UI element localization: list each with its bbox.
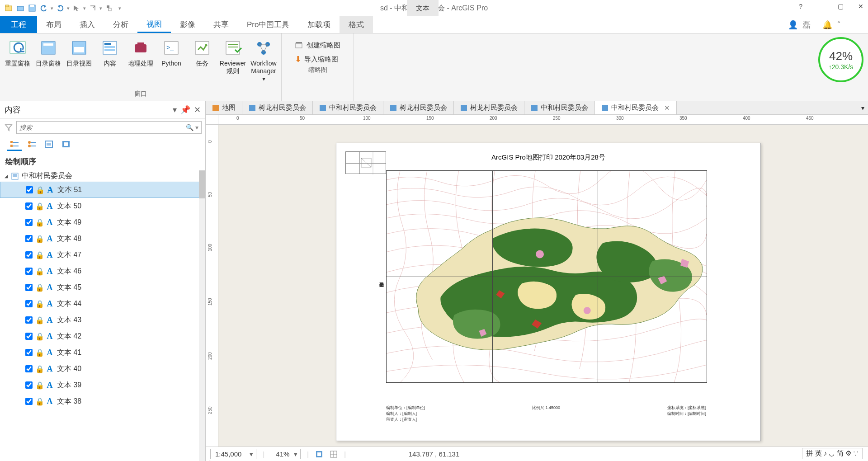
maximize-button[interactable]: ▢ bbox=[838, 3, 844, 10]
qat-pointer-dropdown[interactable]: ▾ bbox=[83, 5, 86, 11]
search-input[interactable] bbox=[19, 124, 186, 131]
layout-canvas[interactable]: 050100150200250300350400450 050100150200… bbox=[206, 115, 868, 447]
layer-item[interactable]: 🔒 A 文本 47 bbox=[0, 247, 205, 263]
list-by-selection[interactable] bbox=[42, 138, 56, 151]
filter-icon[interactable] bbox=[4, 122, 14, 132]
qat-explore-icon[interactable] bbox=[88, 3, 98, 13]
meta-left[interactable]: 编制单位：[编制单位] 编制人：[编制人] 审查人：[审查人] bbox=[386, 405, 425, 423]
layer-item[interactable]: 🔒 A 文本 41 bbox=[0, 344, 205, 361]
create-thumbnail-button[interactable]: 创建缩略图 bbox=[291, 40, 344, 51]
layer-visibility-checkbox[interactable] bbox=[25, 316, 33, 324]
layer-item[interactable]: 🔒 A 文本 48 bbox=[0, 230, 205, 247]
tab-close-icon[interactable]: ✕ bbox=[664, 104, 670, 112]
ribbon-collapse-icon[interactable]: ˄ bbox=[837, 20, 841, 30]
layer-item[interactable]: 🔒 A 文本 42 bbox=[0, 328, 205, 344]
meta-center[interactable]: 比例尺 1:45000 bbox=[532, 405, 560, 423]
zoom-selector[interactable]: 41% bbox=[271, 449, 301, 459]
view-tab[interactable]: 树龙村民委员会 bbox=[242, 101, 313, 114]
qat-pointer-icon[interactable] bbox=[71, 3, 81, 13]
ribbon-button-内容[interactable]: 内容 bbox=[95, 37, 125, 89]
layout-page[interactable]: ArcGIS Pro地图打印 2020年03月28号 昆山不动产登记局 bbox=[336, 143, 761, 441]
list-by-drawing-order[interactable] bbox=[7, 138, 22, 151]
qat-redo-icon[interactable] bbox=[55, 3, 65, 13]
ribbon-button-目录视图[interactable]: 目录视图 bbox=[64, 37, 94, 89]
layout-title-text[interactable]: ArcGIS Pro地图打印 2020年03月28号 bbox=[336, 153, 760, 162]
ribbon-tab-视图[interactable]: 视图 bbox=[137, 16, 171, 33]
layer-item[interactable]: 🔒 A 文本 43 bbox=[0, 312, 205, 328]
layer-item[interactable]: 🔒 A 文本 38 bbox=[0, 393, 205, 409]
list-by-snapping[interactable] bbox=[59, 138, 73, 151]
qat-redo-dropdown[interactable]: ▾ bbox=[67, 5, 70, 11]
pane-close-icon[interactable]: ✕ bbox=[194, 105, 201, 115]
layer-visibility-checkbox[interactable] bbox=[25, 333, 33, 340]
performance-widget[interactable]: 42% ↑20.3K/s bbox=[818, 37, 863, 82]
pane-menu-dropdown[interactable]: ▾ bbox=[173, 105, 177, 115]
ribbon-tab-插入[interactable]: 插入 bbox=[71, 16, 104, 33]
view-tab[interactable]: 地图 bbox=[206, 101, 242, 114]
import-thumbnail-button[interactable]: ⬇ 导入缩略图 bbox=[291, 53, 344, 65]
notification-icon[interactable]: 🔔 bbox=[822, 20, 832, 30]
layer-item[interactable]: 🔒 A 文本 44 bbox=[0, 296, 205, 312]
ribbon-button-地理处理[interactable]: 地理处理 bbox=[126, 37, 156, 89]
view-tab[interactable]: 中和村民委员会 bbox=[524, 101, 595, 114]
qat-customize-dropdown[interactable]: ▾ bbox=[118, 5, 121, 11]
tree-scrollbar[interactable] bbox=[199, 170, 205, 461]
ime-toolbar[interactable]: 拼 英 ♪ ◡ 简 ⚙ ∵ bbox=[802, 448, 863, 459]
layer-item[interactable]: 🔒 A 文本 51 bbox=[0, 182, 205, 198]
ribbon-button-重置窗格[interactable]: 重置窗格 bbox=[3, 37, 33, 89]
ribbon-tab-影像[interactable]: 影像 bbox=[171, 16, 204, 33]
qat-undo-icon[interactable] bbox=[39, 3, 49, 13]
qat-undo-dropdown[interactable]: ▾ bbox=[51, 5, 53, 11]
ribbon-tab-分析[interactable]: 分析 bbox=[104, 16, 137, 33]
ribbon-button-任务[interactable]: 任务 bbox=[187, 37, 217, 89]
ribbon-tab-工程[interactable]: 工程 bbox=[0, 16, 37, 33]
ribbon-tab-格式[interactable]: 格式 bbox=[340, 16, 373, 33]
layer-visibility-checkbox[interactable] bbox=[25, 235, 33, 242]
list-by-source[interactable] bbox=[24, 138, 39, 151]
layer-visibility-checkbox[interactable] bbox=[25, 381, 33, 389]
search-icon[interactable]: 🔍 bbox=[186, 124, 193, 131]
layer-item[interactable]: 🔒 A 文本 40 bbox=[0, 361, 205, 377]
tab-overflow-dropdown[interactable]: ▾ bbox=[858, 101, 868, 114]
view-tab[interactable]: 中和村民委员会 bbox=[313, 101, 383, 114]
layer-item[interactable]: 🔒 A 文本 49 bbox=[0, 214, 205, 230]
tree-scrollbar-thumb[interactable] bbox=[199, 170, 205, 198]
layer-item[interactable]: 🔒 A 文本 50 bbox=[0, 198, 205, 214]
ribbon-button-Python[interactable]: >_Python bbox=[156, 37, 186, 89]
layer-visibility-checkbox[interactable] bbox=[25, 398, 33, 405]
ribbon-tab-Pro中国工具[interactable]: Pro中国工具 bbox=[238, 16, 298, 33]
layer-item[interactable]: 🔒 A 文本 46 bbox=[0, 263, 205, 279]
ribbon-button-Workflow[interactable]: WorkflowManager ▾ bbox=[249, 37, 278, 89]
search-dropdown[interactable]: ▾ bbox=[195, 124, 198, 131]
qat-explore-dropdown[interactable]: ▾ bbox=[99, 5, 102, 11]
view-tab[interactable]: 树龙村民委员会 bbox=[454, 101, 524, 114]
qat-new-icon[interactable] bbox=[4, 3, 14, 13]
qat-save-icon[interactable] bbox=[27, 3, 37, 13]
user-area[interactable]: 👤 磊 🔔 ˄ bbox=[788, 16, 868, 33]
qat-open-icon[interactable] bbox=[15, 3, 25, 13]
layer-visibility-checkbox[interactable] bbox=[25, 300, 33, 307]
qat-toggle-icon[interactable] bbox=[104, 3, 114, 13]
layer-visibility-checkbox[interactable] bbox=[26, 186, 33, 193]
scale-selector[interactable]: 1:45,000 bbox=[210, 449, 256, 459]
canvas-viewport[interactable]: ArcGIS Pro地图打印 2020年03月28号 昆山不动产登记局 bbox=[218, 125, 868, 447]
layer-visibility-checkbox[interactable] bbox=[25, 219, 33, 226]
collapse-arrow-icon[interactable]: ◢ bbox=[5, 174, 8, 179]
minimize-button[interactable]: — bbox=[817, 3, 823, 10]
layer-visibility-checkbox[interactable] bbox=[25, 284, 33, 291]
view-tab[interactable]: 树龙村民委员会 bbox=[383, 101, 454, 114]
meta-right[interactable]: 坐标系统：[坐标系统] 编制时间：[编制时间] bbox=[667, 405, 706, 423]
layer-visibility-checkbox[interactable] bbox=[25, 251, 33, 259]
view-tab[interactable]: 中和村民委员会✕ bbox=[595, 101, 677, 114]
layer-visibility-checkbox[interactable] bbox=[25, 268, 33, 275]
ribbon-button-Reviewer[interactable]: Reviewer规则 bbox=[218, 37, 248, 89]
ribbon-tab-布局[interactable]: 布局 bbox=[37, 16, 71, 33]
ribbon-button-目录窗格[interactable]: 目录窗格 bbox=[33, 37, 63, 89]
layer-item[interactable]: 🔒 A 文本 39 bbox=[0, 377, 205, 393]
ribbon-tab-加载项[interactable]: 加载项 bbox=[298, 16, 340, 33]
grid-icon[interactable] bbox=[330, 450, 338, 458]
layer-item[interactable]: 🔒 A 文本 45 bbox=[0, 279, 205, 296]
ribbon-tab-共享[interactable]: 共享 bbox=[204, 16, 238, 33]
map-frame[interactable] bbox=[386, 170, 707, 383]
layer-visibility-checkbox[interactable] bbox=[25, 349, 33, 356]
